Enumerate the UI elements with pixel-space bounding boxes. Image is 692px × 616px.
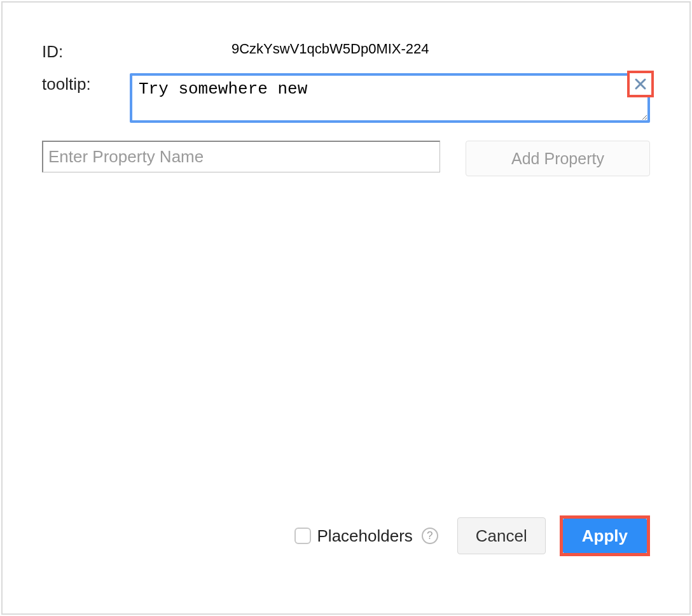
tooltip-field-wrap <box>130 73 650 123</box>
placeholders-toggle: Placeholders ? <box>294 526 438 546</box>
id-row: ID: 9CzkYswV1qcbW5Dp0MIX-224 <box>42 41 650 62</box>
tooltip-label: tooltip: <box>42 73 130 94</box>
placeholders-checkbox[interactable] <box>294 528 311 544</box>
tooltip-row: tooltip: <box>42 73 650 123</box>
add-property-row: Add Property <box>42 141 650 176</box>
add-property-button[interactable]: Add Property <box>466 141 650 176</box>
id-label: ID: <box>42 41 130 62</box>
property-name-input[interactable] <box>42 141 440 172</box>
apply-highlight: Apply <box>560 515 650 556</box>
edit-properties-panel: ID: 9CzkYswV1qcbW5Dp0MIX-224 tooltip: Ad… <box>1 1 691 615</box>
dialog-footer: Placeholders ? Cancel Apply <box>42 515 650 588</box>
clear-tooltip-button[interactable] <box>627 71 654 97</box>
tooltip-textarea[interactable] <box>130 73 650 123</box>
placeholders-label: Placeholders <box>317 526 413 546</box>
close-icon <box>634 78 647 90</box>
help-icon[interactable]: ? <box>422 528 438 544</box>
id-value: 9CzkYswV1qcbW5Dp0MIX-224 <box>130 41 429 57</box>
cancel-button[interactable]: Cancel <box>457 517 546 554</box>
apply-button[interactable]: Apply <box>563 519 647 553</box>
